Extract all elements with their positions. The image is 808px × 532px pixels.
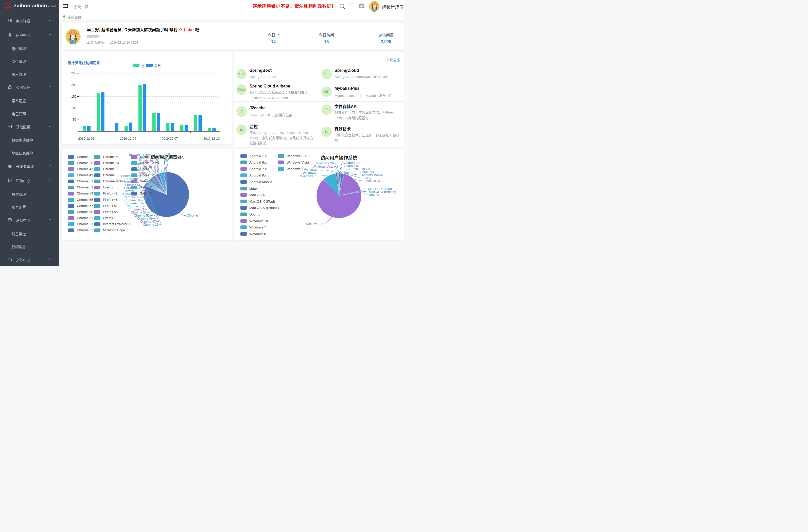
svg-text:0: 0 (75, 130, 76, 133)
svg-text:Windows 10: Windows 10 (305, 222, 323, 226)
svg-text:150: 150 (71, 95, 76, 98)
svg-text:100: 100 (71, 107, 76, 110)
svg-text:Mac OS X: Mac OS X (366, 179, 381, 183)
svg-text:Chrome: Chrome (187, 214, 198, 217)
svg-text:Chrome 26: Chrome 26 (143, 223, 159, 226)
svg-text:50: 50 (73, 118, 77, 122)
svg-text:2019-12-07: 2019-12-07 (162, 137, 178, 141)
svg-text:Windows 7: Windows 7 (300, 175, 316, 178)
svg-text:Z: Z (6, 4, 9, 8)
svg-text:Ubuntu: Ubuntu (369, 193, 379, 197)
svg-text:2019-12-10: 2019-12-10 (203, 137, 220, 141)
svg-text:2019-12-01: 2019-12-01 (78, 137, 94, 141)
svg-text:2019-12-04: 2019-12-04 (120, 137, 136, 141)
svg-text:Windows Vista: Windows Vista (313, 165, 333, 168)
svg-text:250: 250 (71, 72, 76, 75)
svg-text:200: 200 (71, 83, 76, 87)
